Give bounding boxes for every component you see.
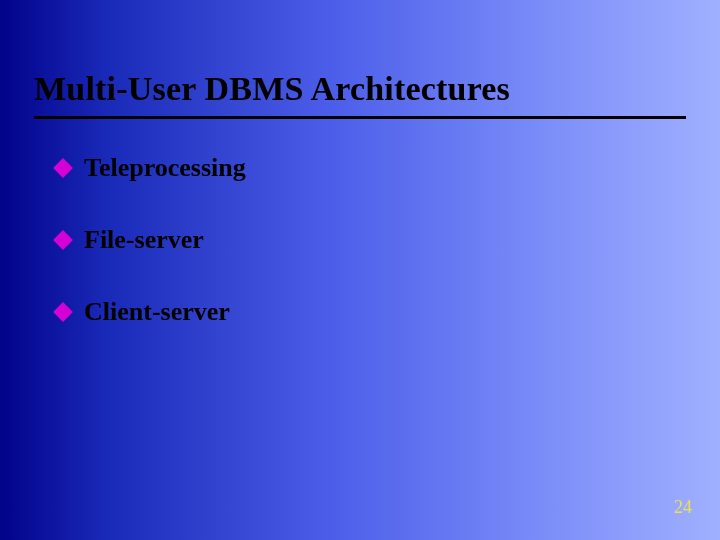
list-item-label: Teleprocessing bbox=[84, 153, 246, 183]
slide-body: Teleprocessing File-server Client-server bbox=[0, 127, 720, 327]
title-underline bbox=[34, 116, 686, 119]
list-item: File-server bbox=[56, 225, 690, 255]
diamond-bullet-icon bbox=[53, 230, 73, 250]
diamond-bullet-icon bbox=[53, 158, 73, 178]
slide-title: Multi-User DBMS Architectures bbox=[34, 70, 686, 108]
slide: Multi-User DBMS Architectures Teleproces… bbox=[0, 0, 720, 540]
title-area: Multi-User DBMS Architectures bbox=[0, 0, 720, 119]
list-item: Client-server bbox=[56, 297, 690, 327]
list-item: Teleprocessing bbox=[56, 153, 690, 183]
list-item-label: File-server bbox=[84, 225, 204, 255]
diamond-bullet-icon bbox=[53, 302, 73, 322]
list-item-label: Client-server bbox=[84, 297, 230, 327]
page-number: 24 bbox=[674, 497, 692, 518]
